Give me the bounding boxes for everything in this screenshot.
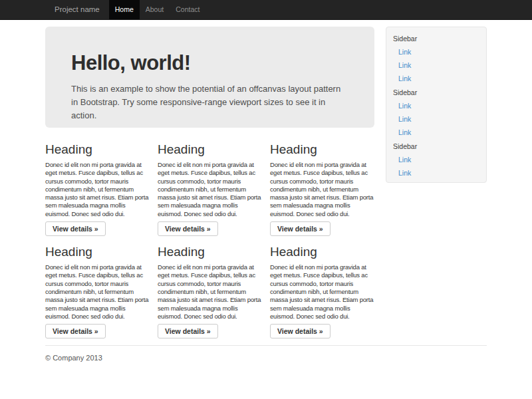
view-details-button[interactable]: View details » xyxy=(158,324,218,338)
jumbotron-description: This is an example to show the potential… xyxy=(71,82,349,122)
sidebar-link[interactable]: Link xyxy=(386,59,486,72)
card-body-text: Donec id elit non mi porta gravida at eg… xyxy=(45,161,150,218)
sidebar-group-header: Sidebar xyxy=(386,139,486,153)
card-heading: Heading xyxy=(158,142,262,156)
view-details-button[interactable]: View details » xyxy=(45,324,106,338)
view-details-button[interactable]: View details » xyxy=(45,221,106,236)
card: HeadingDonec id elit non mi porta gravid… xyxy=(158,142,262,236)
page-title: Hello, world! xyxy=(71,52,349,74)
nav-link-home[interactable]: Home xyxy=(109,0,140,19)
sidebar-group-header: Sidebar xyxy=(386,85,486,99)
card-body-text: Donec id elit non mi porta gravida at eg… xyxy=(158,161,262,218)
card-body-text: Donec id elit non mi porta gravida at eg… xyxy=(270,161,374,218)
view-details-button[interactable]: View details » xyxy=(270,324,331,338)
view-details-button[interactable]: View details » xyxy=(270,221,331,236)
nav-link-contact[interactable]: Contact xyxy=(170,0,205,19)
jumbotron: Hello, world! This is an example to show… xyxy=(45,27,374,128)
card-heading: Heading xyxy=(45,245,150,259)
page-footer: © Company 2013 xyxy=(45,345,487,362)
card: HeadingDonec id elit non mi porta gravid… xyxy=(45,142,150,236)
card-body-text: Donec id elit non mi porta gravida at eg… xyxy=(270,263,374,321)
card: HeadingDonec id elit non mi porta gravid… xyxy=(270,245,374,338)
top-navbar: Project name HomeAboutContact xyxy=(0,0,532,20)
sidebar-link[interactable]: Link xyxy=(386,166,486,180)
card: HeadingDonec id elit non mi porta gravid… xyxy=(158,245,262,338)
sidebar-group-header: Sidebar xyxy=(386,31,486,45)
nav-item: Contact xyxy=(170,0,205,19)
content-column: Hello, world! This is an example to show… xyxy=(45,20,374,338)
cards-grid: HeadingDonec id elit non mi porta gravid… xyxy=(45,142,374,338)
card-heading: Heading xyxy=(270,142,374,156)
card: HeadingDonec id elit non mi porta gravid… xyxy=(270,142,374,236)
main-container: Hello, world! This is an example to show… xyxy=(45,20,487,338)
card-body-text: Donec id elit non mi porta gravida at eg… xyxy=(158,263,262,321)
view-details-button[interactable]: View details » xyxy=(158,221,218,236)
card: HeadingDonec id elit non mi porta gravid… xyxy=(45,245,150,338)
sidebar-link[interactable]: Link xyxy=(386,99,486,112)
nav-link-about[interactable]: About xyxy=(140,0,170,19)
sidebar-link[interactable]: Link xyxy=(386,112,486,126)
card-heading: Heading xyxy=(45,142,150,156)
card-heading: Heading xyxy=(158,245,262,259)
sidebar-link[interactable]: Link xyxy=(386,45,486,59)
sidebar-link[interactable]: Link xyxy=(386,153,486,166)
navbar-container: Project name HomeAboutContact xyxy=(45,0,487,19)
nav-item: Home xyxy=(109,0,140,19)
nav-item: About xyxy=(140,0,170,19)
brand-link[interactable]: Project name xyxy=(45,0,109,19)
navbar-menu: HomeAboutContact xyxy=(109,0,206,19)
sidebar-link[interactable]: Link xyxy=(386,126,486,139)
card-heading: Heading xyxy=(270,245,374,259)
sidebar-link[interactable]: Link xyxy=(386,72,486,85)
card-body-text: Donec id elit non mi porta gravida at eg… xyxy=(45,263,150,321)
sidebar-panel: SidebarLinkLinkLinkSidebarLinkLinkLinkSi… xyxy=(386,27,487,183)
copyright-text: © Company 2013 xyxy=(45,354,487,362)
